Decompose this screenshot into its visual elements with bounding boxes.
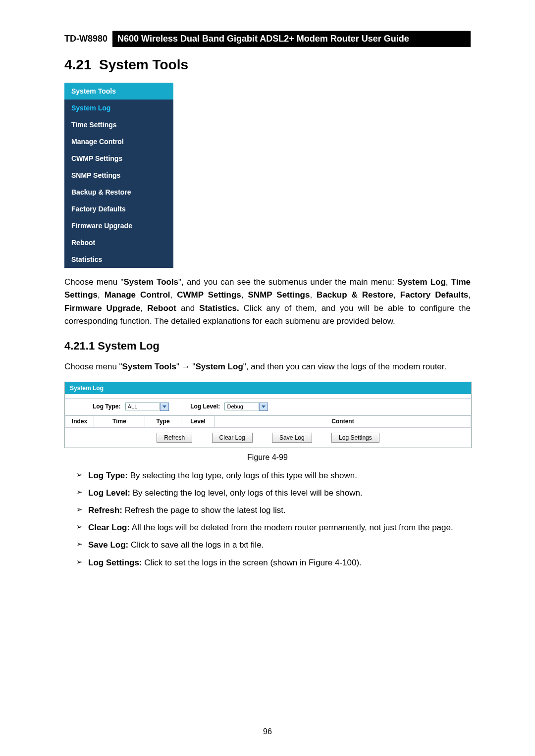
col-content: Content xyxy=(215,415,471,427)
list-item: Clear Log: All the logs will be deleted … xyxy=(76,521,471,534)
figure-caption: Figure 4-99 xyxy=(64,453,471,462)
col-level: Level xyxy=(181,415,215,427)
subsection-title: System Log xyxy=(98,340,160,352)
menu-item-snmp-settings[interactable]: SNMP Settings xyxy=(64,167,173,184)
text: Firmware Upgrade xyxy=(64,303,141,313)
model-label: TD-W8980 xyxy=(64,31,112,47)
col-time: Time xyxy=(94,415,145,427)
text: , xyxy=(98,290,105,300)
log-level-label: Log Level: xyxy=(190,403,220,410)
text: Choose menu " xyxy=(64,277,123,287)
text: Reboot xyxy=(147,303,176,313)
filter-row: Log Type: ALL Log Level: Debug xyxy=(65,398,471,415)
clear-log-button[interactable]: Clear Log xyxy=(212,433,253,443)
text: , xyxy=(468,290,471,300)
menu-item-backup-restore[interactable]: Backup & Restore xyxy=(64,184,173,201)
text: , xyxy=(241,290,248,300)
doc-title: N600 Wireless Dual Band Gigabit ADSL2+ M… xyxy=(112,31,471,47)
term: Log Type: xyxy=(88,471,128,480)
panel-title: System Log xyxy=(65,382,471,394)
text: SNMP Settings xyxy=(248,290,310,300)
list-item: Log Type: By selecting the log type, onl… xyxy=(76,469,471,482)
desc: By selecting the log type, only logs of … xyxy=(128,471,357,480)
text: ", and then you can view the logs of the… xyxy=(243,362,447,371)
text: System Tools xyxy=(122,362,176,371)
section-title: System Tools xyxy=(99,57,188,72)
table-header-row: Index Time Type Level Content xyxy=(65,415,471,427)
chevron-down-icon[interactable] xyxy=(160,403,169,411)
col-index: Index xyxy=(65,415,94,427)
text: Factory Defaults xyxy=(400,290,468,300)
term: Log Settings: xyxy=(88,558,142,567)
term: Log Level: xyxy=(88,488,130,498)
log-type-select[interactable]: ALL xyxy=(125,403,160,410)
menu-header[interactable]: System Tools xyxy=(64,83,173,100)
section-number: 4.21 xyxy=(64,57,92,72)
log-table: Index Time Type Level Content xyxy=(65,415,471,427)
desc: All the logs will be deleted from the mo… xyxy=(130,523,453,532)
text: , xyxy=(393,290,400,300)
syslog-paragraph: Choose menu "System Tools" → "System Log… xyxy=(64,360,471,373)
menu-item-manage-control[interactable]: Manage Control xyxy=(64,133,173,150)
menu-item-statistics[interactable]: Statistics xyxy=(64,251,173,268)
text: ", and you can see the submenus under th… xyxy=(178,277,397,287)
text: Choose menu " xyxy=(64,362,122,371)
refresh-button[interactable]: Refresh xyxy=(157,433,192,443)
menu-item-reboot[interactable]: Reboot xyxy=(64,234,173,251)
menu-item-system-log[interactable]: System Log xyxy=(64,100,173,116)
doc-header: TD-W8980 N600 Wireless Dual Band Gigabit… xyxy=(64,31,471,47)
text: , xyxy=(446,277,451,287)
text: System Log xyxy=(397,277,446,287)
list-item: Refresh: Refresh the page to show the la… xyxy=(76,504,471,517)
list-item: Log Settings: Click to set the logs in t… xyxy=(76,556,471,569)
desc: Click to save all the logs in a txt file… xyxy=(128,540,264,550)
subsection-number: 4.21.1 xyxy=(64,340,95,352)
text: System Tools xyxy=(123,277,178,287)
desc: By selecting the log level, only logs of… xyxy=(130,488,363,498)
text: , xyxy=(310,290,317,300)
menu-item-firmware-upgrade[interactable]: Firmware Upgrade xyxy=(64,217,173,234)
page-number: 96 xyxy=(0,727,535,736)
subsection-heading: 4.21.1 System Log xyxy=(64,340,471,353)
definition-list: Log Type: By selecting the log type, onl… xyxy=(76,469,471,569)
term: Clear Log: xyxy=(88,523,130,532)
text: and xyxy=(176,303,199,313)
log-settings-button[interactable]: Log Settings xyxy=(331,433,379,443)
term: Refresh: xyxy=(88,505,122,515)
menu-item-cwmp-settings[interactable]: CWMP Settings xyxy=(64,150,173,167)
text: Backup & Restore xyxy=(317,290,393,300)
list-item: Save Log: Click to save all the logs in … xyxy=(76,538,471,552)
system-log-panel: System Log Log Type: ALL Log Level: Debu… xyxy=(64,382,472,448)
button-row: Refresh Clear Log Save Log Log Settings xyxy=(65,427,471,448)
text: Statistics. xyxy=(199,303,239,313)
save-log-button[interactable]: Save Log xyxy=(272,433,312,443)
log-type-label: Log Type: xyxy=(93,403,120,410)
text: CWMP Settings xyxy=(177,290,241,300)
text: Manage Control xyxy=(105,290,170,300)
menu-item-time-settings[interactable]: Time Settings xyxy=(64,116,173,133)
list-item: Log Level: By selecting the log level, o… xyxy=(76,486,471,500)
text: , xyxy=(170,290,177,300)
text: " → " xyxy=(176,362,196,371)
text: , xyxy=(141,303,148,313)
system-tools-menu: System Tools System Log Time Settings Ma… xyxy=(64,83,173,268)
section-heading: 4.21 System Tools xyxy=(64,57,471,73)
text: System Log xyxy=(195,362,243,371)
chevron-down-icon[interactable] xyxy=(259,403,268,411)
log-level-select[interactable]: Debug xyxy=(224,403,259,410)
col-type: Type xyxy=(145,415,181,427)
desc: Click to set the logs in the screen (sho… xyxy=(142,558,362,567)
intro-paragraph: Choose menu "System Tools", and you can … xyxy=(64,276,471,328)
desc: Refresh the page to show the latest log … xyxy=(122,505,286,515)
term: Save Log: xyxy=(88,540,128,550)
menu-item-factory-defaults[interactable]: Factory Defaults xyxy=(64,201,173,217)
